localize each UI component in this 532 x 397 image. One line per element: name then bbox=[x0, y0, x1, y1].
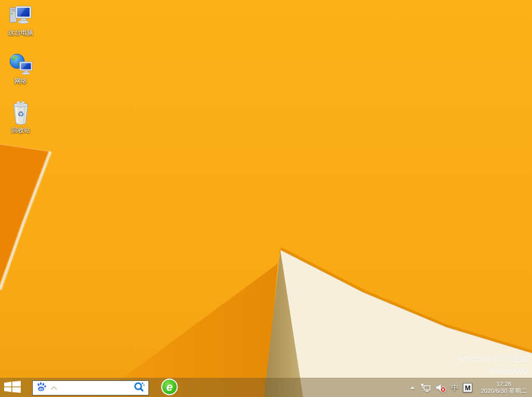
desktop-icon-recycle-bin[interactable]: ♻ 回收站 bbox=[3, 99, 38, 135]
volume-muted-icon[interactable] bbox=[435, 383, 446, 393]
desktop-icon-label: 网络 bbox=[15, 78, 27, 85]
baidu-paw-icon: du bbox=[36, 381, 47, 394]
chevron-up-icon[interactable] bbox=[50, 383, 58, 392]
this-pc-icon bbox=[8, 4, 33, 28]
taskbar-clock[interactable]: 17:28 2020/6/30 星期二 bbox=[478, 381, 529, 394]
taskbar-search-box[interactable]: du bbox=[32, 380, 149, 395]
taskbar: du bbox=[0, 378, 532, 397]
show-hidden-icons-arrow[interactable] bbox=[409, 385, 416, 391]
wallpaper-image bbox=[0, 0, 532, 397]
recycle-bin-icon: ♻ bbox=[9, 101, 32, 126]
windows-version-watermark: Windows 8.1 专业版 Build 9600 bbox=[458, 352, 528, 377]
watermark-build: Build 9600 bbox=[458, 365, 528, 377]
clock-date: 2020/6/30 星期二 bbox=[481, 388, 527, 394]
desktop-icon-list: 这台电脑 bbox=[3, 2, 38, 148]
desktop-icon-this-pc[interactable]: 这台电脑 bbox=[3, 2, 38, 38]
ime-language-indicator[interactable]: 中 bbox=[451, 384, 458, 391]
baidu-du-text: du bbox=[39, 387, 43, 390]
system-tray: 中 M 17:28 2020/6/30 星期二 bbox=[409, 381, 532, 394]
windows-logo-icon bbox=[4, 381, 21, 395]
browser-e-icon: e bbox=[161, 378, 178, 397]
clock-time: 17:28 bbox=[496, 381, 511, 388]
search-magnifier-icon[interactable] bbox=[133, 381, 145, 394]
search-input[interactable] bbox=[58, 381, 133, 394]
network-icon bbox=[8, 52, 33, 76]
ime-mode-letter: M bbox=[463, 383, 472, 392]
desktop-screen: 这台电脑 bbox=[0, 0, 532, 397]
network-tray-icon[interactable] bbox=[420, 383, 431, 392]
recycle-symbol-glyph: ♻ bbox=[17, 110, 24, 118]
watermark-edition: Windows 8.1 专业版 bbox=[458, 352, 528, 365]
browser-e-letter: e bbox=[166, 380, 172, 393]
desktop-icon-label: 这台电脑 bbox=[8, 30, 33, 36]
start-button[interactable] bbox=[0, 378, 25, 397]
desktop-icon-label: 回收站 bbox=[11, 127, 30, 134]
taskbar-pinned-browser[interactable]: e bbox=[160, 379, 178, 396]
ime-mode-indicator[interactable]: M bbox=[463, 383, 472, 392]
desktop-icon-network[interactable]: 网络 bbox=[3, 50, 38, 86]
